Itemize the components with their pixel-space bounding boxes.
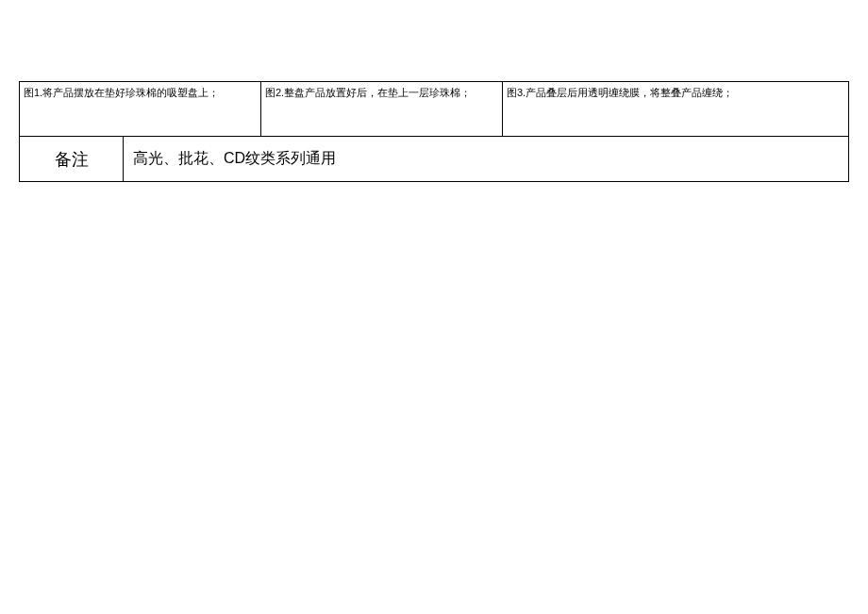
figure-1-caption: 图1.将产品摆放在垫好珍珠棉的吸塑盘上；: [24, 87, 219, 98]
figure-captions-row: 图1.将产品摆放在垫好珍珠棉的吸塑盘上； 图2.整盘产品放置好后，在垫上一层珍珠…: [19, 81, 849, 137]
remark-label: 备注: [55, 148, 89, 171]
figure-2-caption: 图2.整盘产品放置好后，在垫上一层珍珠棉；: [265, 87, 471, 98]
remark-content-cell: 高光、批花、CD纹类系列通用: [124, 137, 849, 182]
remark-label-cell: 备注: [20, 137, 124, 182]
document-table: 图1.将产品摆放在垫好珍珠棉的吸塑盘上； 图2.整盘产品放置好后，在垫上一层珍珠…: [19, 81, 849, 182]
figure-3-caption: 图3.产品叠层后用透明缠绕膜，将整叠产品缠绕；: [507, 87, 733, 98]
remark-content: 高光、批花、CD纹类系列通用: [133, 149, 336, 169]
figure-3-caption-cell: 图3.产品叠层后用透明缠绕膜，将整叠产品缠绕；: [503, 82, 849, 137]
figure-2-caption-cell: 图2.整盘产品放置好后，在垫上一层珍珠棉；: [261, 82, 503, 137]
figure-1-caption-cell: 图1.将产品摆放在垫好珍珠棉的吸塑盘上；: [20, 82, 261, 137]
remark-row: 备注 高光、批花、CD纹类系列通用: [19, 137, 849, 182]
